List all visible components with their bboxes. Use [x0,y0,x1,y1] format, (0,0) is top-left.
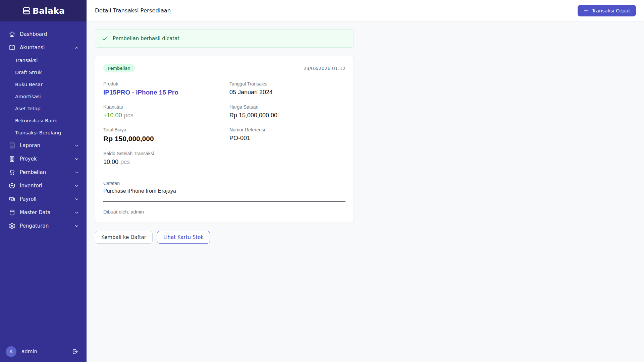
sidebar-item-transaksi-berulang[interactable]: Transaksi Berulang [0,127,87,139]
sidebar-item-rekonsiliasi-bank[interactable]: Rekonsiliasi Bank [0,115,87,127]
field-label: Tanggal Transaksi [229,81,345,86]
gear-icon [9,223,15,229]
transaction-type-badge: Pembelian [103,64,135,72]
page-title: Detail Transaksi Persediaan [95,7,171,14]
sidebar-item-label: Payroll [20,196,37,202]
chevron-down-icon [74,183,79,188]
brand-logo-icon [22,6,32,16]
field-total-biaya: Total Biaya Rp 150,000,000 [103,127,219,143]
sidebar-item-transaksi[interactable]: Transaksi [0,54,87,66]
field-grid: Produk IP15PRO - iPhone 15 Pro Tanggal T… [103,81,345,166]
sidebar-item-label: Proyek [20,156,37,162]
action-buttons: Kembali ke Daftar Lihat Kartu Stok [95,231,636,244]
chevron-down-icon [74,210,79,215]
sidebar-item-pembelian[interactable]: Pembelian [0,166,87,179]
total-cost-value: Rp 150,000,000 [103,135,219,143]
quantity-unit: pcs [124,112,133,119]
logout-button[interactable] [71,348,79,356]
balance-unit: pcs [120,159,130,165]
app-root: Balaka Dashboard Akuntansi Transaksi Dra… [0,0,644,362]
chevron-up-icon [74,45,79,50]
field-value: PO-001 [229,135,345,142]
topbar: Detail Transaksi Persediaan Transaksi Ce… [87,0,644,21]
sidebar-item-master-data[interactable]: Master Data [0,206,87,219]
view-stock-card-button[interactable]: Lihat Kartu Stok [157,231,210,244]
home-icon [9,31,15,38]
note-value: Purchase iPhone from Erajaya [103,188,345,194]
sidebar-item-akuntansi[interactable]: Akuntansi [0,41,87,54]
divider [103,201,345,202]
field-label: Total Biaya [103,127,219,132]
alert-message: Pembelian berhasil dicatat [113,36,179,42]
sidebar-item-payroll[interactable]: Payroll [0,192,87,206]
quick-transaction-button[interactable]: Transaksi Cepat [578,5,636,16]
sidebar-item-proyek[interactable]: Proyek [0,152,87,166]
field-value: Rp 15,000,000.00 [229,112,345,119]
created-by: Dibuat oleh: admin [103,209,345,215]
avatar: A [6,346,16,357]
field-value: 05 Januari 2024 [229,89,345,96]
field-label: Produk [103,81,219,86]
field-nomor-referensi: Nomor Referensi PO-001 [229,127,345,143]
sidebar-item-pengaturan[interactable]: Pengaturan [0,219,87,233]
field-tanggal-transaksi: Tanggal Transaksi 05 Januari 2024 [229,81,345,96]
sidebar-item-label: Dashboard [20,31,47,37]
balance-number: 10.00 [103,159,118,165]
book-open-icon [9,44,15,51]
sidebar-item-label: Pengaturan [20,223,49,229]
chevron-down-icon [74,143,79,148]
card-header: Pembelian 23/03/2026 01:12 [103,64,345,72]
logout-icon [72,348,78,355]
chevron-down-icon [74,197,79,202]
plus-icon [583,8,589,13]
field-label: Nomor Referensi [229,127,345,132]
field-saldo-setelah-transaksi: Saldo Setelah Transaksi 10.00pcs [103,151,219,166]
check-icon [102,36,108,42]
field-label: Harga Satuan [229,104,345,110]
balance-value: 10.00pcs [103,159,219,166]
sidebar-item-draft-struk[interactable]: Draft Struk [0,66,87,78]
sidebar-item-label: Inventori [20,183,42,189]
success-alert: Pembelian berhasil dicatat [95,29,354,48]
cube-icon [9,182,15,189]
building-icon [9,156,15,162]
shopping-cart-icon [9,169,15,176]
brand-logo[interactable]: Balaka [0,0,87,21]
sidebar-footer: A admin [0,341,87,362]
field-label: Saldo Setelah Transaksi [103,151,219,156]
sidebar-item-inventori[interactable]: Inventori [0,179,87,192]
sidebar-item-label: Akuntansi [20,45,45,51]
field-harga-satuan: Harga Satuan Rp 15,000,000.00 [229,104,345,119]
database-icon [9,209,15,216]
quick-transaction-label: Transaksi Cepat [592,8,630,13]
field-kuantitas: Kuantitas +10.00pcs [103,104,219,119]
quantity-number: +10.00 [103,112,122,119]
banknotes-icon [9,196,15,202]
back-to-list-button[interactable]: Kembali ke Daftar [95,231,153,244]
sidebar-item-label: Master Data [20,209,51,216]
chevron-down-icon [74,157,79,162]
chart-document-icon [9,142,15,149]
divider [103,173,345,173]
chevron-down-icon [74,170,79,175]
chevron-down-icon [74,224,79,229]
sidebar-nav: Dashboard Akuntansi Transaksi Draft Stru… [0,21,87,233]
transaction-detail-card: Pembelian 23/03/2026 01:12 Produk IP15PR… [95,56,354,223]
main-area: Detail Transaksi Persediaan Transaksi Ce… [87,0,644,362]
field-label: Kuantitas [103,104,219,110]
field-produk: Produk IP15PRO - iPhone 15 Pro [103,81,219,96]
sidebar-item-laporan[interactable]: Laporan [0,139,87,152]
sidebar-item-buku-besar[interactable]: Buku Besar [0,78,87,90]
quantity-value: +10.00pcs [103,112,219,119]
product-value: IP15PRO - iPhone 15 Pro [103,89,219,96]
akuntansi-submenu: Transaksi Draft Struk Buku Besar Amortis… [0,54,87,139]
transaction-timestamp: 23/03/2026 01:12 [304,66,346,71]
sidebar-item-dashboard[interactable]: Dashboard [0,27,87,41]
sidebar-item-amortisasi[interactable]: Amortisasi [0,90,87,103]
sidebar-item-label: Laporan [20,142,40,148]
field-catatan: Catatan Purchase iPhone from Erajaya [103,181,345,194]
content: Pembelian berhasil dicatat Pembelian 23/… [87,21,644,362]
note-label: Catatan [103,181,345,186]
brand-name: Balaka [33,6,65,16]
sidebar-item-aset-tetap[interactable]: Aset Tetap [0,103,87,115]
